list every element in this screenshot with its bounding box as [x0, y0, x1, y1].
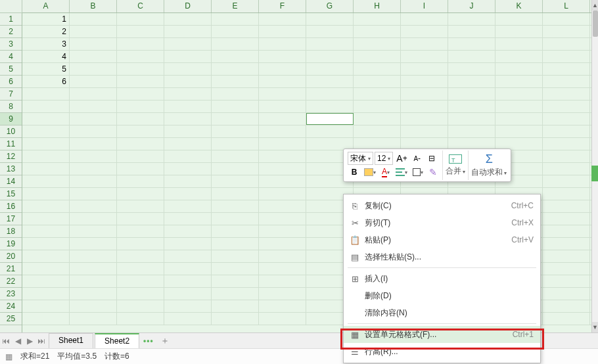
cell[interactable]: [259, 26, 306, 37]
cell[interactable]: [70, 263, 117, 275]
cell[interactable]: [306, 113, 354, 125]
cell[interactable]: [70, 288, 117, 300]
cell[interactable]: [259, 13, 306, 25]
cell[interactable]: [117, 101, 164, 112]
cell[interactable]: [259, 250, 306, 262]
cell[interactable]: [401, 51, 448, 62]
cell[interactable]: 1: [22, 13, 70, 25]
cell[interactable]: [164, 213, 212, 225]
cell[interactable]: [70, 313, 117, 325]
cell[interactable]: [164, 300, 212, 312]
cell[interactable]: [22, 313, 70, 325]
column-header[interactable]: C: [117, 0, 164, 12]
cell[interactable]: [259, 38, 306, 50]
cell[interactable]: [117, 238, 164, 250]
cell[interactable]: [70, 300, 117, 312]
cell[interactable]: [70, 138, 117, 150]
cell[interactable]: [448, 51, 495, 62]
cell[interactable]: [212, 38, 259, 50]
cell[interactable]: [117, 250, 164, 262]
cell[interactable]: [354, 63, 401, 75]
cell[interactable]: [495, 26, 543, 37]
cell[interactable]: [164, 88, 212, 100]
cell[interactable]: [259, 88, 306, 100]
cell[interactable]: [212, 188, 259, 200]
cell[interactable]: [70, 238, 117, 250]
cell[interactable]: [164, 313, 212, 325]
cell[interactable]: [354, 51, 401, 62]
row-header[interactable]: 18: [0, 225, 22, 238]
sheet-tab[interactable]: Sheet2: [95, 333, 139, 348]
cell[interactable]: [212, 300, 259, 312]
cell[interactable]: [117, 26, 164, 37]
context-menu-item[interactable]: ▦设置单元格格式(F)...Ctrl+1: [344, 326, 540, 343]
cell[interactable]: [306, 63, 354, 75]
cell[interactable]: [117, 313, 164, 325]
cell[interactable]: [70, 38, 117, 50]
cell[interactable]: [495, 88, 543, 100]
cell[interactable]: [448, 38, 495, 50]
font-size-select[interactable]: 12▾: [375, 152, 393, 165]
cell[interactable]: [448, 101, 495, 112]
cell[interactable]: [22, 188, 70, 200]
sheet-nav-first[interactable]: ⏮: [0, 334, 12, 348]
column-header[interactable]: E: [212, 0, 259, 12]
cell[interactable]: [117, 175, 164, 187]
cell[interactable]: [448, 26, 495, 37]
context-menu-item[interactable]: 📋粘贴(P)Ctrl+V: [344, 231, 540, 248]
cell[interactable]: [117, 200, 164, 212]
cell[interactable]: [212, 88, 259, 100]
cell[interactable]: [259, 138, 306, 150]
cell[interactable]: [259, 225, 306, 237]
cell[interactable]: [543, 101, 590, 112]
cell[interactable]: [306, 101, 354, 112]
cell[interactable]: [543, 300, 590, 312]
cell[interactable]: 4: [22, 51, 70, 62]
context-menu-item[interactable]: ⎘复制(C)Ctrl+C: [344, 197, 540, 214]
sheet-nav-last[interactable]: ⏭: [35, 334, 47, 348]
context-menu-item[interactable]: 清除内容(N): [344, 304, 540, 321]
cell[interactable]: [495, 51, 543, 62]
cell[interactable]: [354, 88, 401, 100]
cell[interactable]: [212, 101, 259, 112]
cell[interactable]: [543, 250, 590, 262]
cell[interactable]: [164, 125, 212, 137]
cell[interactable]: 2: [22, 26, 70, 37]
cell[interactable]: [212, 76, 259, 87]
cell[interactable]: [22, 300, 70, 312]
row-header[interactable]: 6: [0, 76, 22, 88]
row-header[interactable]: 7: [0, 88, 22, 101]
cell[interactable]: [259, 200, 306, 212]
context-menu-item[interactable]: ⊞插入(I): [344, 270, 540, 287]
cell[interactable]: [495, 101, 543, 112]
cell[interactable]: [495, 63, 543, 75]
cell[interactable]: [354, 26, 401, 37]
cell[interactable]: [543, 150, 590, 162]
select-all-corner[interactable]: [0, 0, 22, 13]
cell[interactable]: 5: [22, 63, 70, 75]
cell[interactable]: [22, 250, 70, 262]
cell[interactable]: [448, 113, 495, 125]
cell[interactable]: [22, 113, 70, 125]
cell[interactable]: [306, 88, 354, 100]
cell[interactable]: [117, 51, 164, 62]
cell[interactable]: [22, 288, 70, 300]
cell[interactable]: [212, 150, 259, 162]
cell[interactable]: 6: [22, 76, 70, 87]
column-header[interactable]: K: [495, 0, 543, 12]
row-header[interactable]: 22: [0, 275, 22, 288]
cell[interactable]: [164, 13, 212, 25]
column-header[interactable]: I: [401, 0, 448, 12]
cell[interactable]: [164, 51, 212, 62]
cell[interactable]: [543, 163, 590, 175]
cell[interactable]: [354, 76, 401, 87]
column-header[interactable]: B: [70, 0, 117, 12]
cell[interactable]: [70, 125, 117, 137]
merge-cells-button[interactable]: T: [447, 154, 464, 164]
cell[interactable]: [70, 150, 117, 162]
cell[interactable]: [354, 125, 401, 137]
cell[interactable]: [401, 125, 448, 137]
cell[interactable]: [70, 76, 117, 87]
cell[interactable]: [164, 76, 212, 87]
cell[interactable]: [212, 163, 259, 175]
